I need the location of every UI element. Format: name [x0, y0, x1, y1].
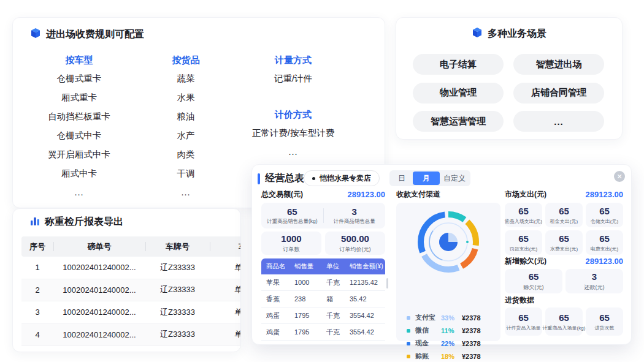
- legend-pct: 11%: [441, 327, 462, 334]
- stat-value: 65: [599, 206, 610, 217]
- cell-seq: 3: [21, 307, 53, 317]
- goods-item: 蔬菜: [134, 69, 238, 88]
- cell-seq: 2: [21, 285, 53, 295]
- legend-item-credit: 赊账 18% ¥2378: [407, 350, 494, 362]
- stat-label: 计重商品销售总量(kg): [267, 218, 318, 225]
- cell-amount: 35.42: [345, 295, 385, 303]
- product-table-header: 商品名 销售量 单位 销售金额(¥): [261, 258, 385, 274]
- date-range-tabs: 日 月 自定义: [389, 170, 470, 186]
- col-header-vehicle: 车型: [210, 236, 241, 257]
- store-selector[interactable]: 恺恺水果专卖店: [304, 170, 380, 186]
- bar-chart-icon: [30, 216, 40, 228]
- scenario-button-smart-operations[interactable]: 智慧运营管理: [413, 111, 504, 132]
- weighing-report-panel: 称重检斤报表导出 序号 磅单号 车牌号 车型 1 100202401240002…: [12, 208, 241, 352]
- credit-owed-card: 65 赊欠(元): [505, 269, 562, 293]
- stat-label: 进货次数: [595, 325, 615, 331]
- purchase-data-label: 进货数据: [505, 295, 534, 306]
- table-row: 4 100202401240002... 辽Z33333 单排仓: [21, 324, 241, 347]
- legend-swatch: [407, 329, 410, 333]
- scrollbar-thumb[interactable]: [386, 278, 388, 288]
- purchase-cards: 65 计件货品入场量 65 计重商品入场量(kg) 65 进货次数: [505, 307, 623, 336]
- price-method-item: 正常计费/按车型计费: [232, 124, 355, 143]
- scenario-button-shop-contract[interactable]: 店铺合同管理: [513, 83, 604, 104]
- legend-amount: ¥2378: [462, 353, 481, 360]
- cell-product: 鸡蛋: [261, 311, 289, 320]
- payment-legend: 支付宝 33% ¥2378 微信 11% ¥2378 现金 22%: [407, 311, 494, 362]
- weighed-sales-stat: 65 计重商品销售总量(kg): [261, 203, 323, 228]
- cell-qty: 238: [289, 295, 321, 303]
- goods-item: 水果: [134, 88, 238, 107]
- price-method-header: 计价方式: [232, 105, 355, 124]
- stat-value: 3: [352, 206, 357, 217]
- vehicle-type-item: 仓栅式重卡: [18, 69, 140, 88]
- stat-label: 订单数: [283, 246, 300, 254]
- goods-column: 按货品 蔬菜 水果 粮油 水产 肉类 干调 ...: [134, 50, 238, 202]
- order-stats: 1000 订单数 500.00 订单均价(元): [261, 232, 385, 255]
- scenario-buttons: 电子结算 智慧进出场 物业管理 店铺合同管理 智慧运营管理 ...: [413, 54, 604, 132]
- repayment-card: 3 还款(元): [565, 269, 623, 293]
- cell-amount: 3554.42: [345, 312, 385, 319]
- tab-month[interactable]: 月: [413, 172, 440, 185]
- cell-plate: 辽Z33333: [145, 307, 210, 318]
- cell-amount: 3554.42: [345, 328, 385, 336]
- cell-product: 鸡蛋: [261, 328, 289, 337]
- cell-unit: 箱: [321, 295, 345, 304]
- cell-ticket: 100202401240002...: [53, 263, 145, 272]
- scenario-button-property-management[interactable]: 物业管理: [413, 83, 504, 104]
- new-credit-value: 289123.00: [586, 257, 623, 266]
- fee-rules-title-text: 进出场收费规则可配置: [46, 28, 144, 41]
- scenario-button-more[interactable]: ...: [513, 111, 604, 132]
- col-header-qty: 销售量: [289, 262, 321, 271]
- cell-unit: 千克: [321, 278, 345, 287]
- vehicle-type-item: 仓栅式中卡: [18, 126, 140, 145]
- tab-day[interactable]: 日: [391, 172, 413, 185]
- goods-item: 水产: [134, 126, 238, 145]
- stat-label: 电费支出(元): [591, 246, 618, 252]
- goods-more: ...: [134, 183, 238, 202]
- close-icon[interactable]: ✕: [614, 171, 625, 182]
- vehicle-type-item: 自动挡栏板重卡: [18, 107, 140, 126]
- market-expense-cards-row2: 65 罚款支出(元) 65 水费支出(元) 65 电费支出(元): [505, 230, 623, 255]
- stat-value: 65: [599, 233, 610, 244]
- col-header-ticket: 磅单号: [53, 236, 145, 257]
- goods-item: 粮油: [134, 107, 238, 126]
- market-expense-cards-row1: 65 货品入场支出(元) 65 租金支出(元) 65 仓储支出(元): [505, 203, 623, 227]
- store-dot-icon: [312, 177, 315, 180]
- stat-label: 还款(元): [585, 284, 605, 292]
- scenarios-panel: 多种业务场景 电子结算 智慧进出场 物业管理 店铺合同管理 智慧运营管理 ...: [396, 17, 623, 140]
- cell-qty: 1795: [289, 328, 321, 336]
- table-row: 2 100202401240002... 辽Z33333 单排仓: [21, 279, 241, 302]
- vehicle-type-column: 按车型 仓栅式重卡 厢式重卡 自动挡栏板重卡 仓栅式中卡 翼开启厢式中卡 厢式中…: [18, 50, 140, 202]
- payment-channels-label: 收款支付渠道: [396, 189, 440, 200]
- vehicle-type-header: 按车型: [18, 50, 140, 69]
- cell-plate: 辽Z33333: [145, 262, 210, 273]
- expense-card: 65 仓储支出(元): [586, 203, 623, 227]
- cell-unit: 千克: [321, 328, 345, 337]
- legend-item-cash: 现金 22% ¥2378: [407, 337, 494, 350]
- goods-item: 干调: [134, 164, 238, 183]
- weighing-table-header: 序号 磅单号 车牌号 车型: [21, 236, 241, 257]
- stat-value: 65: [518, 206, 529, 217]
- vehicle-type-item: 厢式重卡: [18, 88, 140, 107]
- stat-label: 订单均价(元): [340, 246, 371, 254]
- purchase-card: 65 进货次数: [586, 307, 623, 336]
- goods-header: 按货品: [134, 50, 238, 69]
- expense-card: 65 租金支出(元): [545, 203, 583, 227]
- cell-vehicle: 单排仓: [210, 329, 241, 340]
- cube-icon: [472, 27, 483, 40]
- scenarios-title: 多种业务场景: [396, 27, 622, 40]
- stat-value: 3: [592, 271, 597, 282]
- scenario-button-smart-entry-exit[interactable]: 智慧进出场: [513, 54, 604, 75]
- title-accent-bar: [258, 173, 260, 184]
- tab-custom[interactable]: 自定义: [440, 172, 469, 185]
- scenarios-title-text: 多种业务场景: [488, 28, 546, 40]
- stat-value: 65: [559, 312, 569, 323]
- orders-count-card: 1000 订单数: [261, 232, 321, 255]
- stat-label: 仓储支出(元): [591, 218, 618, 225]
- product-sales-table: 商品名 销售量 单位 销售金额(¥) 苹果 1000 千克 12135.42 香…: [261, 258, 385, 341]
- weighing-report-title: 称重检斤报表导出: [30, 216, 123, 228]
- stat-label: 租金支出(元): [550, 218, 578, 225]
- measure-method-header: 计量方式: [232, 50, 355, 69]
- legend-name: 微信: [415, 326, 441, 335]
- scenario-button-electronic-settlement[interactable]: 电子结算: [413, 54, 504, 75]
